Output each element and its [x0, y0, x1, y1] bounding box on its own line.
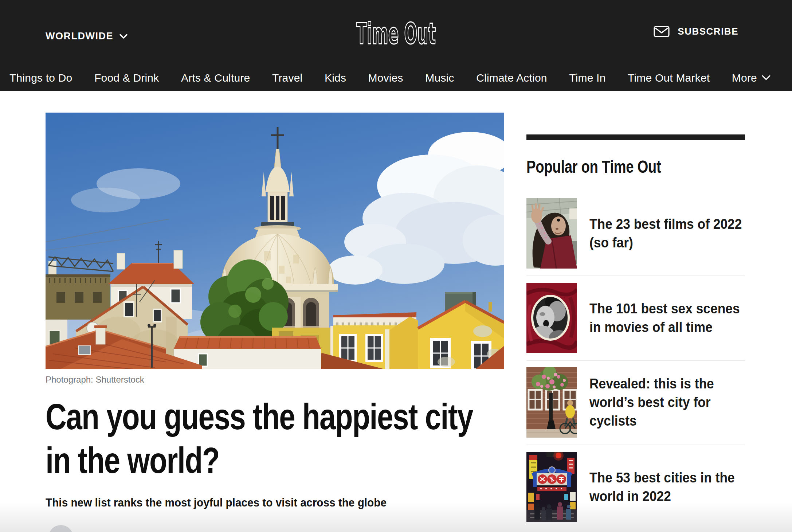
nav-item-time-out-market[interactable]: Time Out Market [628, 72, 710, 84]
popular-article-1[interactable]: The 23 best films of 2022 (so far) [526, 198, 745, 276]
flower-lamppost-cyclist [526, 367, 577, 438]
popular-article-3[interactable]: Revealed: this is the world’s best city … [526, 361, 745, 445]
nav-item-more[interactable]: More [732, 72, 771, 84]
nav-item-kids[interactable]: Kids [325, 72, 346, 84]
page-title: Can you guess the happiest city in the w… [46, 395, 504, 482]
subscribe-button[interactable]: SUBSCRIBE [654, 26, 738, 38]
nav-item-movies[interactable]: Movies [368, 72, 403, 84]
nav-item-food-drink[interactable]: Food & Drink [94, 72, 159, 84]
nav-item-music[interactable]: Music [425, 72, 454, 84]
lisbon-skyline-dome-photo [46, 113, 504, 369]
nav-item-time-in[interactable]: Time In [569, 72, 605, 84]
popular-article-title: Revealed: this is the world’s best city … [589, 375, 745, 430]
nav-item-things-to-do[interactable]: Things to Do [9, 72, 72, 84]
envelope-icon [654, 26, 670, 38]
main-nav: Things to Do Food & Drink Arts & Culture… [0, 65, 792, 91]
main-article: Photograph: Shutterstock Can you guess t… [46, 113, 504, 510]
subscribe-label: SUBSCRIBE [678, 26, 738, 37]
timeout-logo[interactable]: Time Out [341, 18, 451, 52]
popular-article-2[interactable]: The 101 best sex scenes in movies of all… [526, 276, 745, 361]
popular-article-title: The 23 best films of 2022 (so far) [589, 215, 745, 252]
bw-couple-red-satin [526, 283, 577, 353]
film-still-woman [526, 198, 577, 269]
nav-item-climate-action[interactable]: Climate Action [476, 72, 547, 84]
chevron-down-icon [119, 34, 128, 39]
header-top: WORLDWIDE Time Out SUBSCRIBE [0, 0, 792, 65]
region-picker[interactable]: WORLDWIDE [46, 31, 128, 42]
logo-text: Time Out [356, 18, 436, 51]
image-caption: Photograph: Shutterstock [46, 374, 504, 385]
hero-image [46, 113, 504, 369]
sidebar-top-rule [526, 134, 745, 140]
popular-article-title: The 101 best sex scenes in movies of all… [589, 300, 745, 337]
site-header: WORLDWIDE Time Out SUBSCRIBE Things to D… [0, 0, 792, 91]
region-label: WORLDWIDE [46, 31, 113, 42]
sidebar-title: Popular on Time Out [526, 157, 745, 177]
nav-item-arts-culture[interactable]: Arts & Culture [181, 72, 250, 84]
headline-line-2: in the world? [46, 438, 504, 482]
tokyo-night-market [526, 452, 577, 522]
popular-sidebar: Popular on Time Out The 23 best films of… [526, 134, 745, 529]
chevron-down-icon [761, 75, 771, 81]
headline-line-1: Can you guess the happiest city [46, 395, 504, 438]
popular-article-4[interactable]: The 53 best cities in the world in 2022 [526, 445, 745, 529]
popular-article-title: The 53 best cities in the world in 2022 [589, 469, 745, 506]
author-avatar[interactable] [48, 525, 73, 532]
standfirst: This new list ranks the most joyful plac… [46, 495, 504, 510]
nav-item-travel[interactable]: Travel [272, 72, 302, 84]
